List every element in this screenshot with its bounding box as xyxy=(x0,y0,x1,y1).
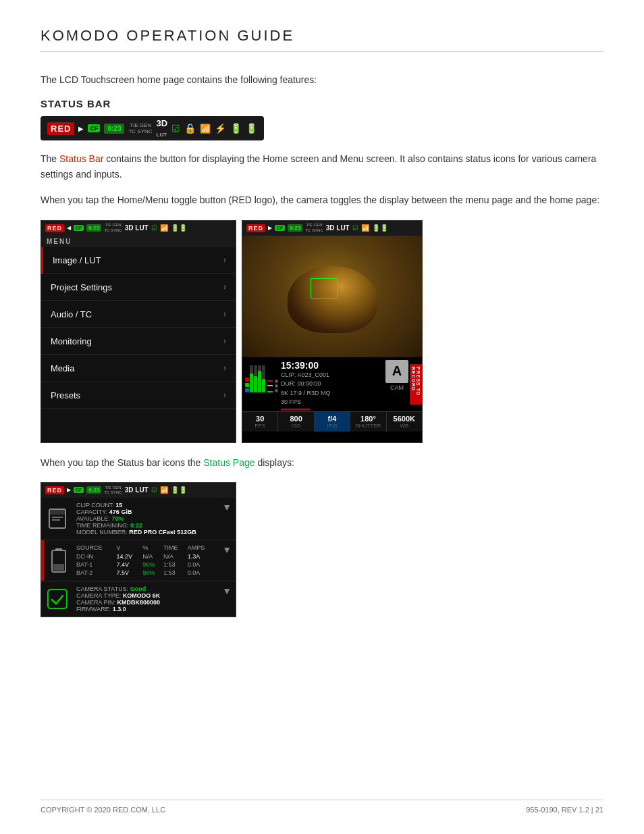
cam-clip: CLIP: A023_C001 xyxy=(281,371,331,380)
svg-rect-7 xyxy=(48,590,67,608)
camera-status-content: CAMERA STATUS: Good CAMERA TYPE: KOMODO … xyxy=(74,581,218,617)
cam-iris-label: IRIS xyxy=(316,423,348,429)
red-logo: RED xyxy=(47,122,74,135)
bat-col-pct: % xyxy=(142,544,163,552)
clip-count-line: CLIP COUNT: 15 xyxy=(76,502,215,509)
camera-image-area xyxy=(242,236,422,357)
bat-col-time: TIME xyxy=(163,544,188,552)
card-icon xyxy=(48,508,67,529)
sp-lut-3d: 3D LUT xyxy=(125,486,149,494)
level-mid xyxy=(267,385,273,386)
face-shape xyxy=(288,266,377,333)
bat-bat1-time: 1:53 xyxy=(163,561,188,569)
cam-param-fps: 30 FPS xyxy=(242,412,278,432)
svg-rect-6 xyxy=(53,564,64,571)
menu-panel: RED ◀ CF 0:23 T/E GEN TC SYNC 3D LUT ☑ 📶… xyxy=(41,220,236,443)
menu-item-media[interactable]: Media › xyxy=(41,355,236,382)
menu-item-presets-chevron: › xyxy=(223,390,226,400)
meter-group-1 xyxy=(245,377,249,392)
cam-timecode-bar: 0:23 xyxy=(288,224,302,232)
menu-item-audio-tc-chevron: › xyxy=(223,309,226,319)
camera-pin-line: CAMERA PIN: KMDBK800000 xyxy=(76,599,215,606)
level-hi xyxy=(267,380,273,382)
meter-dot-g xyxy=(245,383,249,387)
battery2-icon: 🔋 xyxy=(246,123,257,134)
menu-item-image-lut[interactable]: Image / LUT › xyxy=(41,247,236,274)
checkmark-status-icon xyxy=(47,589,68,609)
cam-duration: DUR: 00:00:00 xyxy=(281,380,331,389)
battery-icon: 🔋 xyxy=(230,123,242,134)
page-title: KOMODO OPERATION GUIDE xyxy=(41,27,603,45)
cam-check-icon: ☑ xyxy=(352,224,358,232)
bat-bat2-source: BAT-2 xyxy=(76,569,117,577)
menu-label: MENU xyxy=(41,236,236,247)
cam-lut-3d: 3D LUT xyxy=(326,224,350,232)
menu-timecode: 0:23 xyxy=(86,224,101,232)
bat-row-dcin: DC-IN 14.2V N/A N/A 1.3A xyxy=(76,552,215,561)
camera-statusbar: RED ▶ CF 0:23 T/E GEN TC SYNC 3D LUT ☑ 📶… xyxy=(242,221,422,236)
te-gen-display: T/E GEN TC SYNC xyxy=(128,122,152,135)
available-val: 79% xyxy=(111,515,124,522)
clip-count-val: 15 xyxy=(115,502,122,509)
menu-item-audio-tc[interactable]: Audio / TC › xyxy=(41,301,236,328)
battery-table: SOURCE V % TIME AMPS DC-IN 14.2V xyxy=(76,544,215,577)
menu-item-image-lut-text: Image / LUT xyxy=(53,255,101,265)
sp-battery-icon: 🔋🔋 xyxy=(171,486,187,494)
status-row-camera: CAMERA STATUS: Good CAMERA TYPE: KOMODO … xyxy=(41,581,236,617)
lock-icon: 🔒 xyxy=(184,123,196,134)
bat-col-source: SOURCE xyxy=(76,544,117,552)
dot-3 xyxy=(275,389,278,392)
firmware-line: FIRMWARE: 1.3.0 xyxy=(76,606,215,613)
meter-dot-r xyxy=(245,377,249,382)
card-dropdown-icon[interactable]: ▼ xyxy=(222,502,232,513)
menu-item-project-settings-text: Project Settings xyxy=(51,282,112,292)
svg-rect-1 xyxy=(49,509,65,515)
bat-col-v: V xyxy=(117,544,143,552)
cam-fps-label: FPS xyxy=(244,423,276,429)
bat-bat2-pct: 96% xyxy=(142,569,163,577)
bat-bat1-pct: 96% xyxy=(142,561,163,569)
battery-content: SOURCE V % TIME AMPS DC-IN 14.2V xyxy=(74,540,218,581)
menu-item-presets-text: Presets xyxy=(51,390,80,400)
level-lo xyxy=(267,391,273,392)
footer-copyright: COPYRIGHT © 2020 RED.COM, LLC xyxy=(41,806,165,814)
capacity-line: CAPACITY: 476 GiB xyxy=(76,509,215,515)
menu-item-presets[interactable]: Presets › xyxy=(41,382,236,409)
status-page-panel: RED ▶ CF 0:23 T/E GEN TC SYNC 3D LUT ☑ 📶… xyxy=(41,482,236,617)
camera-info-area: 15:39:00 CLIP: A023_C001 DUR: 00:00:00 6… xyxy=(242,357,422,411)
status-page-link[interactable]: Status Page xyxy=(203,457,254,468)
cam-timecode-display: 15:39:00 xyxy=(281,360,331,371)
bat-bat1-v: 7.4V xyxy=(117,561,143,569)
status-bar-heading: STATUS BAR xyxy=(41,98,603,109)
cam-fps-value: 30 xyxy=(244,415,276,423)
camera-dropdown-icon[interactable]: ▼ xyxy=(222,585,232,596)
checkmark-icon: ☑ xyxy=(171,123,180,134)
menu-cf-badge: CF xyxy=(74,225,84,231)
sp-te-gen: T/E GEN TC SYNC xyxy=(104,486,122,495)
menu-item-media-text: Media xyxy=(51,363,74,373)
card-content: CLIP COUNT: 15 CAPACITY: 476 GiB AVAILAB… xyxy=(74,498,218,540)
camera-meta: 15:39:00 CLIP: A023_C001 DUR: 00:00:00 6… xyxy=(281,360,331,410)
sp-check-icon: ☑ xyxy=(151,486,157,494)
cam-shutter-value: 180° xyxy=(352,415,384,423)
meter-bar-4 xyxy=(262,365,265,392)
menu-item-monitoring-text: Monitoring xyxy=(51,336,92,346)
menu-item-monitoring[interactable]: Monitoring › xyxy=(41,328,236,355)
camera-pin-val: KMDBK800000 xyxy=(117,599,161,606)
menu-wifi-icon: 📶 xyxy=(160,224,168,232)
available-line: AVAILABLE: 79% xyxy=(76,515,215,522)
meter-bars xyxy=(250,365,265,392)
dot-1 xyxy=(275,380,278,383)
battery-dropdown-icon[interactable]: ▼ xyxy=(222,544,232,555)
bat-dcin-source: DC-IN xyxy=(76,552,117,561)
menu-item-project-settings[interactable]: Project Settings › xyxy=(41,274,236,301)
menu-arrow-icon: ◀ xyxy=(67,225,71,231)
sp-wifi-icon: 📶 xyxy=(160,486,168,494)
bat-row-bat1: BAT-1 7.4V 96% 1:53 0.0A xyxy=(76,561,215,569)
status-bar-link[interactable]: Status Bar xyxy=(59,153,103,164)
camera-left-info: 15:39:00 CLIP: A023_C001 DUR: 00:00:00 6… xyxy=(245,360,331,410)
menu-lut-3d: 3D LUT xyxy=(125,224,149,232)
press-to-record[interactable]: PRESS TO RECORD xyxy=(410,364,422,405)
cam-param-shutter: 180° SHUTTER xyxy=(350,412,386,432)
cam-param-iris: f/4 IRIS xyxy=(315,412,350,432)
